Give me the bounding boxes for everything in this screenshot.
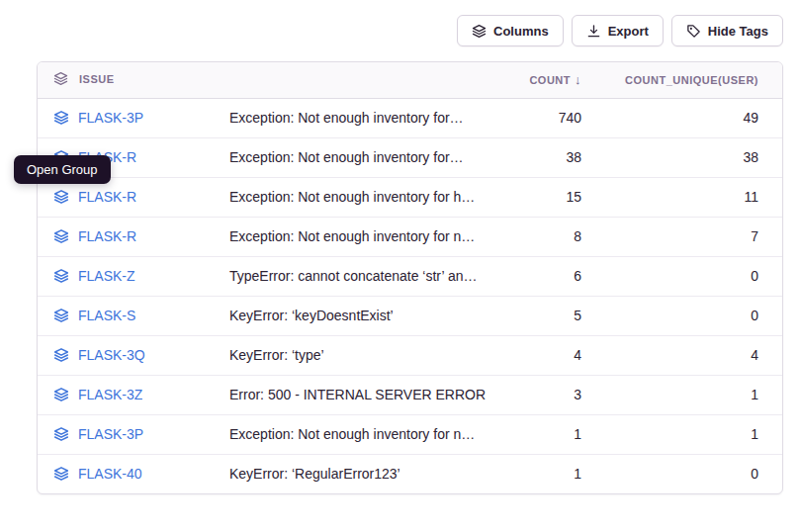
count-unique-value: 1: [597, 375, 782, 414]
table-row: FLASK-R Exception: Not enough inventory …: [38, 217, 782, 256]
count-value: 5: [488, 296, 597, 335]
toolbar: Columns Export Hide Tags: [457, 15, 783, 46]
issue-title: Exception: Not enough inventory for n…: [214, 217, 488, 256]
issue-title: KeyError: ‘RegularError123’: [214, 454, 488, 493]
table-row: FLASK-R Exception: Not enough inventory …: [38, 137, 782, 177]
issue-title: Exception: Not enough inventory for n…: [214, 414, 488, 454]
column-header-count-unique-label: COUNT_UNIQUE(USER): [625, 74, 758, 86]
column-header-title: [214, 62, 488, 98]
issue-link[interactable]: FLASK-R: [78, 228, 136, 244]
column-header-issue-label: ISSUE: [79, 73, 115, 85]
tag-icon: [686, 24, 701, 39]
count-unique-value: 0: [597, 256, 782, 296]
issue-link[interactable]: FLASK-Z: [78, 268, 135, 284]
hide-tags-button[interactable]: Hide Tags: [671, 15, 783, 46]
table-row: FLASK-Z TypeError: cannot concatenate ‘s…: [38, 256, 782, 296]
layers-icon: [472, 24, 487, 39]
issue-title: TypeError: cannot concatenate ‘str’ an…: [214, 256, 488, 296]
count-unique-value: 49: [597, 98, 782, 137]
open-group-tooltip: Open Group: [14, 155, 111, 184]
open-group-icon[interactable]: [53, 228, 69, 244]
count-value: 3: [488, 375, 597, 414]
table-row: FLASK-S KeyError: ‘keyDoesntExist’ 5 0: [38, 296, 782, 335]
table-row: FLASK-3Z Error: 500 - INTERNAL SERVER ER…: [38, 375, 782, 414]
table-row: FLASK-3P Exception: Not enough inventory…: [38, 98, 782, 137]
hide-tags-button-label: Hide Tags: [708, 24, 768, 39]
count-value: 4: [488, 335, 597, 375]
count-unique-value: 1: [597, 414, 782, 454]
issue-title: Exception: Not enough inventory for…: [214, 98, 488, 137]
table-row: FLASK-3P Exception: Not enough inventory…: [38, 414, 782, 454]
export-button-label: Export: [608, 24, 649, 39]
count-unique-value: 11: [597, 177, 782, 217]
count-value: 8: [488, 217, 597, 256]
table-row: FLASK-40 KeyError: ‘RegularError123’ 1 0: [38, 454, 782, 493]
open-group-icon[interactable]: [53, 347, 69, 363]
issue-title: KeyError: ‘type’: [214, 335, 488, 375]
column-header-issue[interactable]: ISSUE: [38, 62, 214, 98]
count-unique-value: 4: [597, 335, 782, 375]
open-group-icon[interactable]: [53, 268, 69, 284]
issue-title: KeyError: ‘keyDoesntExist’: [214, 296, 488, 335]
issue-title: Exception: Not enough inventory for h…: [214, 177, 488, 217]
issue-link[interactable]: FLASK-S: [78, 308, 135, 323]
sort-descending-icon[interactable]: ↓: [575, 72, 581, 87]
issue-link[interactable]: FLASK-3P: [78, 110, 143, 126]
table-row: FLASK-R Exception: Not enough inventory …: [38, 177, 782, 217]
count-unique-value: 38: [597, 137, 782, 177]
table-header: ISSUE COUNT↓ COUNT_UNIQUE(USER): [38, 62, 782, 98]
open-group-icon[interactable]: [53, 110, 69, 126]
download-icon: [586, 24, 601, 39]
column-header-count-label: COUNT: [529, 74, 571, 86]
count-value: 1: [488, 454, 597, 493]
count-value: 740: [488, 98, 597, 137]
open-group-icon[interactable]: [53, 189, 69, 205]
open-group-icon[interactable]: [53, 426, 69, 442]
issue-link[interactable]: FLASK-3Z: [78, 387, 142, 402]
open-group-tooltip-label: Open Group: [27, 162, 98, 177]
issue-link[interactable]: FLASK-40: [78, 466, 142, 482]
table-row: FLASK-3Q KeyError: ‘type’ 4 4: [38, 335, 782, 375]
column-header-count[interactable]: COUNT↓: [488, 62, 597, 98]
issue-link[interactable]: FLASK-3Q: [78, 347, 145, 363]
results-table: ISSUE COUNT↓ COUNT_UNIQUE(USER): [37, 61, 783, 494]
issue-link[interactable]: FLASK-3P: [78, 426, 143, 442]
count-value: 1: [488, 414, 597, 454]
column-header-count-unique[interactable]: COUNT_UNIQUE(USER): [597, 62, 782, 98]
issue-link[interactable]: FLASK-R: [78, 189, 136, 205]
count-value: 6: [488, 256, 597, 296]
count-unique-value: 7: [597, 217, 782, 256]
table-body: FLASK-3P Exception: Not enough inventory…: [38, 98, 782, 493]
count-unique-value: 0: [597, 454, 782, 493]
count-unique-value: 0: [597, 296, 782, 335]
open-group-icon[interactable]: [53, 308, 69, 323]
open-group-icon[interactable]: [53, 466, 69, 482]
columns-button[interactable]: Columns: [457, 15, 564, 46]
issue-title: Exception: Not enough inventory for…: [214, 137, 488, 177]
count-value: 15: [488, 177, 597, 217]
open-group-icon[interactable]: [53, 387, 69, 402]
count-value: 38: [488, 137, 597, 177]
columns-button-label: Columns: [493, 24, 549, 39]
export-button[interactable]: Export: [572, 15, 664, 46]
issue-title: Error: 500 - INTERNAL SERVER ERROR: [214, 375, 488, 414]
layers-icon: [53, 71, 68, 86]
